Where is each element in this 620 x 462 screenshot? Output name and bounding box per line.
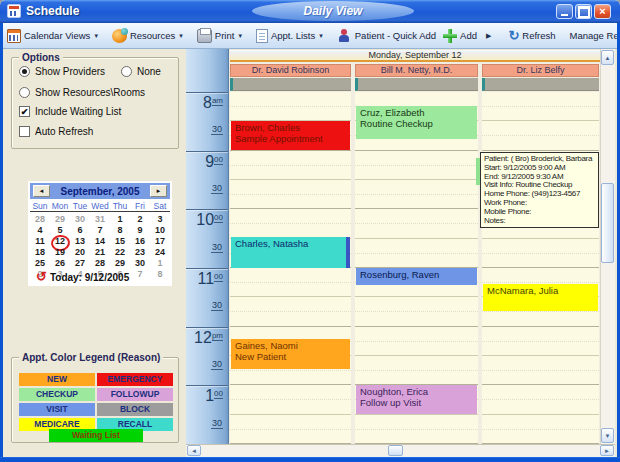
time-slot[interactable] — [355, 209, 478, 238]
calendar-day[interactable]: 8 — [110, 225, 130, 236]
calendar-day[interactable]: 1 — [150, 258, 170, 269]
time-slot[interactable] — [230, 268, 351, 297]
scroll-up-button[interactable]: ▲ — [601, 50, 614, 65]
calendar-day[interactable]: 7 — [90, 225, 110, 236]
calendar-day[interactable]: 20 — [70, 247, 90, 258]
checkbox-auto-refresh[interactable]: Auto Refresh — [19, 126, 93, 137]
appt-lists-button[interactable]: Appt. Lists ▾ — [253, 27, 326, 45]
resources-button[interactable]: Resources ▾ — [109, 27, 186, 45]
appointment-block[interactable]: McNamara, Julia — [483, 284, 598, 311]
time-slot[interactable] — [230, 385, 351, 414]
radio-none[interactable]: None — [121, 66, 161, 77]
time-slot[interactable] — [355, 356, 478, 385]
time-slot[interactable] — [230, 92, 351, 121]
calendar-day-selected[interactable]: 12 — [50, 236, 70, 247]
calendar-day[interactable]: 15 — [110, 236, 130, 247]
time-slot[interactable] — [355, 239, 478, 268]
manage-repeats-button[interactable]: Manage Repeats — [567, 28, 620, 43]
time-slot[interactable] — [230, 151, 351, 180]
time-slot[interactable] — [355, 151, 478, 180]
appointment-block[interactable]: Charles, Natasha — [231, 237, 350, 268]
calendar-day[interactable]: 3 — [150, 214, 170, 225]
radio-show-resources-rooms[interactable]: Show Resources\Rooms — [19, 87, 145, 98]
calendar-next-button[interactable]: ► — [150, 185, 167, 197]
calendar-day[interactable]: 4 — [30, 225, 50, 236]
calendar-day[interactable]: 16 — [130, 236, 150, 247]
calendar-day[interactable]: 30 — [130, 258, 150, 269]
time-slot[interactable] — [230, 180, 351, 209]
appointment-block[interactable]: Gaines, NaomiNew Patient — [231, 339, 350, 369]
calendar-day[interactable]: 28 — [90, 258, 110, 269]
calendar-day[interactable]: 31 — [90, 214, 110, 225]
appointment-block[interactable]: Brown, CharlesSample Appointment — [231, 121, 350, 150]
appointment-block[interactable]: Rosenburg, Raven — [356, 268, 477, 285]
options-title: Options — [19, 52, 63, 63]
add-button[interactable]: Add — [439, 27, 480, 45]
radio-show-providers[interactable]: Show Providers — [19, 66, 105, 77]
vertical-scroll-thumb[interactable] — [601, 183, 614, 263]
calendar-day[interactable]: 29 — [110, 258, 130, 269]
time-slot[interactable] — [230, 415, 351, 444]
minimize-button[interactable] — [556, 4, 573, 19]
calendar-day[interactable]: 19 — [50, 247, 70, 258]
calendar-day[interactable]: 7 — [130, 269, 150, 280]
time-slot[interactable] — [355, 415, 478, 444]
time-slot[interactable] — [355, 327, 478, 356]
calendar-day[interactable]: 25 — [30, 258, 50, 269]
scroll-left-button[interactable]: ◄ — [187, 445, 201, 456]
time-slot[interactable] — [230, 209, 351, 238]
horizontal-scroll-thumb[interactable] — [388, 445, 403, 456]
time-slot[interactable] — [482, 92, 599, 121]
time-slot[interactable] — [482, 385, 599, 414]
close-button[interactable]: × — [594, 4, 611, 19]
calendar-day[interactable]: 2 — [130, 214, 150, 225]
scroll-right-button[interactable]: ► — [600, 445, 614, 456]
calendar-day[interactable]: 10 — [150, 225, 170, 236]
schedule-column-3[interactable] — [482, 92, 599, 444]
appointment-detail: Routine Checkup — [360, 118, 477, 129]
calendar-day[interactable]: 1 — [110, 214, 130, 225]
appointment-block[interactable]: Cruz, ElizabethRoutine Checkup — [356, 106, 477, 139]
calendar-prev-button[interactable]: ◄ — [33, 185, 50, 197]
calendar-day[interactable]: 29 — [50, 214, 70, 225]
calendar-day[interactable]: 11 — [30, 236, 50, 247]
patient-quick-add-label: Patient - Quick Add — [355, 30, 436, 41]
time-slot[interactable] — [482, 415, 599, 444]
today-row[interactable]: ↺ Today: 9/12/2005 — [36, 271, 129, 283]
maximize-button[interactable] — [575, 4, 592, 19]
calendar-day[interactable]: 13 — [70, 236, 90, 247]
time-slot[interactable] — [355, 180, 478, 209]
calendar-day[interactable]: 22 — [110, 247, 130, 258]
time-slot[interactable] — [482, 327, 599, 356]
gutter-hour-suffix: am — [212, 96, 223, 106]
calendar-day[interactable]: 24 — [150, 247, 170, 258]
calendar-views-label: Calendar Views — [24, 30, 90, 41]
calendar-day[interactable]: 28 — [30, 214, 50, 225]
checkbox-include-waiting-list[interactable]: ✔ Include Waiting List — [19, 106, 121, 117]
time-slot[interactable] — [482, 121, 599, 150]
calendar-day[interactable]: 30 — [70, 214, 90, 225]
calendar-day[interactable]: 9 — [130, 225, 150, 236]
calendar-day[interactable]: 14 — [90, 236, 110, 247]
print-button[interactable]: Print ▾ — [194, 27, 245, 45]
more-arrow-button[interactable]: ▶ — [480, 30, 497, 42]
time-slot[interactable] — [355, 297, 478, 326]
calendar-day[interactable]: 17 — [150, 236, 170, 247]
refresh-button[interactable]: ↻ Refresh — [505, 27, 558, 44]
appt-lists-label: Appt. Lists — [271, 30, 315, 41]
calendar-day[interactable]: 6 — [70, 225, 90, 236]
time-slot[interactable] — [482, 356, 599, 385]
calendar-day[interactable]: 18 — [30, 247, 50, 258]
calendar-day[interactable]: 21 — [90, 247, 110, 258]
time-slot[interactable] — [482, 239, 599, 268]
title-bar: Schedule Daily View × — [0, 0, 620, 23]
patient-quick-add-button[interactable]: Patient - Quick Add — [334, 27, 439, 45]
calendar-day[interactable]: 26 — [50, 258, 70, 269]
calendar-views-button[interactable]: Calendar Views ▾ — [4, 27, 101, 45]
calendar-day[interactable]: 27 — [70, 258, 90, 269]
calendar-day[interactable]: 8 — [150, 269, 170, 280]
appointment-block[interactable]: Noughton, EricaFollow up Visit — [356, 385, 477, 414]
calendar-day[interactable]: 23 — [130, 247, 150, 258]
scroll-down-button[interactable]: ▼ — [601, 428, 614, 443]
time-slot[interactable] — [230, 297, 351, 326]
